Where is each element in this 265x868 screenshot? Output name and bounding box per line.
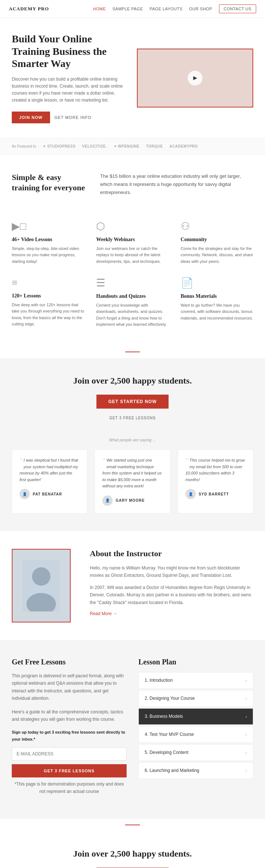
hero-title: Build Your Online Training Business the … [12,33,128,70]
get-started-button-1[interactable]: GET STARTED NOW [96,395,168,409]
cta1-section: Join over 2,500 happy students. GET STAR… [0,358,265,438]
intro-heading: Simple & easy training for everyone [12,172,88,193]
featured-bar: As Featured In: ✦ STUDIOPRESS VELOCITIZE… [0,138,265,155]
testimonial-2: We started using just one email marketin… [95,449,170,514]
nav-links: HOME SAMPLE PAGE PAGE LAYOUTS OUR SHOP C… [93,4,256,13]
free-lessons-para1: This program is delivered in self-paced … [12,672,127,702]
testimonial-3: This course helped me to grow my email l… [178,449,253,514]
intro-description: The $15 billion a year online education … [100,172,253,197]
lesson-label-3: 3. Business Models [145,714,183,719]
lesson-arrow-4: › [245,732,247,737]
featured-label: As Featured In: [12,144,37,148]
video-icon: ▶□ [12,220,84,232]
nav-sample[interactable]: SAMPLE PAGE [113,7,143,11]
testimonials-section: What people are saying ... I was skeptic… [0,438,265,531]
lesson-arrow-6: › [245,768,247,773]
lesson-arrow-2: › [245,696,247,701]
feature-title-6: Bonus Materials [181,293,253,299]
featured-logo-3: ✦ WPengine [114,144,139,148]
free-lessons-link-1[interactable]: GET 3 FREE LESSONS [12,416,253,420]
lesson-section: Get Free Lessons This program is deliver… [0,640,265,819]
instructor-image-container [12,549,78,622]
feature-title-2: Weekly Webinars [96,237,169,243]
lesson-item-6[interactable]: 6. Launching and Marketing › [138,762,253,779]
feature-title-3: Community [181,237,253,243]
author-name-2: GARY MOORE [116,498,145,502]
lessons-icon: ≡ [12,277,84,289]
divider-2 [0,819,265,831]
feature-desc-3: Come for the strategies and stay for the… [181,246,253,265]
feature-title-5: Handouts and Quizzes [96,293,169,299]
lesson-item-1[interactable]: 1. Introduction › [138,672,253,689]
divider-line-2 [125,825,140,825]
divider-1 [0,346,265,358]
instructor-avatar-svg [23,560,60,611]
email-input[interactable] [12,747,127,761]
nav-layouts[interactable]: PAGE LAYOUTS [149,7,182,11]
instructor-photo [12,549,71,622]
hero-buttons: JOIN NOW GET MORE INFO [12,112,128,123]
bonus-icon: 📄 [181,277,253,289]
svg-point-1 [32,567,50,586]
play-button[interactable]: ▶ [188,71,202,85]
avatar-1: 👤 [20,489,30,499]
lesson-arrow-3: › [245,714,247,719]
lesson-arrow-5: › [245,750,247,755]
lesson-label-1: 1. Introduction [145,678,173,683]
feature-bonus: 📄 Bonus Materials Want to go further? We… [181,277,253,328]
featured-logo-1: ✦ STUDIOPRESS [43,144,75,148]
read-more-link[interactable]: Read More → [90,611,117,616]
cta2-section: Join over 2,500 happy students. GET STAR… [0,831,265,868]
feature-webinars: ⬡ Weekly Webinars Join our webinars live… [96,220,169,265]
lesson-label-5: 5. Developing Content [145,750,188,755]
nav-logo: ACADEMY PRO [9,6,49,12]
join-now-button[interactable]: JOIN NOW [12,112,50,123]
hero-video-thumbnail[interactable]: ▶ [137,49,253,107]
free-lessons-panel: Get Free Lessons This program is deliver… [12,658,127,801]
hero-description: Discover how you can build a profitable … [12,76,128,104]
cta1-heading: Join over 2,500 happy students. [12,376,253,386]
webinar-icon: ⬡ [96,220,169,232]
lesson-label-6: 6. Launching and Marketing [145,768,199,773]
testimonial-author-3: 👤 SYD BARRETT [186,489,245,499]
testimonial-1: I was skeptical but I found that your sy… [12,449,87,514]
testimonial-quote-3: This course helped me to grow my email l… [186,457,245,483]
nav-home[interactable]: HOME [93,7,106,11]
feature-community: ⚇ Community Come for the strategies and … [181,220,253,265]
nav-contact[interactable]: CONTACT US [219,4,257,13]
lesson-item-5[interactable]: 5. Developing Content › [138,744,253,761]
community-icon: ⚇ [181,220,253,232]
instructor-bio-2: In 2007, Will was awarded a Doctor of Hu… [90,584,253,606]
lesson-plan-heading: Lesson Plan [138,658,253,666]
feature-lessons: ≡ 120+ Lessons Dive deep with our 120+ l… [12,277,84,328]
intro-description-container: The $15 billion a year online education … [100,172,253,197]
instructor-section: About the Instructor Hello, my name is W… [0,531,265,640]
instructor-content: About the Instructor Hello, my name is W… [90,549,253,622]
intro-heading-container: Simple & easy training for everyone [12,172,88,197]
lesson-arrow-1: › [245,678,247,683]
intro-section: Simple & easy training for everyone The … [0,155,265,214]
avatar-2: 👤 [102,495,113,506]
get-more-info-button[interactable]: GET MORE INFO [54,115,92,120]
featured-logos: ✦ STUDIOPRESS VELOCITIZE. ✦ WPengine TOR… [43,144,198,148]
lesson-item-3[interactable]: 3. Business Models › [138,708,253,725]
nav-shop[interactable]: OUR SHOP [189,7,212,11]
testimonials-label: What people are saying ... [12,438,253,442]
get-lessons-button[interactable]: GET 3 FREE LESSONS [12,764,127,777]
hero-text: Build Your Online Training Business the … [12,33,128,123]
lesson-label-2: 2. Designing Your Course [145,696,195,701]
testimonial-author-2: 👤 GARY MOORE [102,495,162,506]
handouts-icon: ☰ [96,277,169,289]
cta1-buttons: GET STARTED NOW GET 3 FREE LESSONS [12,395,253,420]
feature-desc-1: Simple, step-by-step, bite-sized video l… [12,246,84,265]
cta2-heading: Join over 2,500 happy students. [12,849,253,859]
free-lessons-para2: Here's a guide to all the comprehensive … [12,708,127,723]
testimonials-grid: I was skeptical but I found that your sy… [12,449,253,514]
lesson-item-4[interactable]: 4. Test Your MVP Course › [138,726,253,743]
features-grid: ▶□ 46+ Video Lessons Simple, step-by-ste… [0,214,265,346]
author-name-1: PAT BENATAR [33,492,62,496]
lesson-item-2[interactable]: 2. Designing Your Course › [138,690,253,707]
instructor-bio-1: Hello, my name is William Murray. You mi… [90,564,253,579]
feature-handouts: ☰ Handouts and Quizzes Cement your knowl… [96,277,169,328]
testimonial-author-1: 👤 PAT BENATAR [20,489,80,499]
